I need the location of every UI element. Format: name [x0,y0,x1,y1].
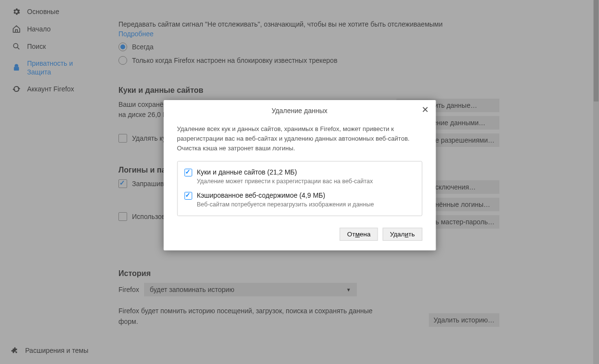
delete-button[interactable]: Удалить [382,228,422,241]
modal-opt-cookies[interactable]: Куки и данные сайтов (21,2 МБ) Удаление … [184,168,415,185]
cancel-button[interactable]: Отмена [340,228,378,241]
checkbox-icon [184,169,192,176]
modal-opt-cookies-label: Куки и данные сайтов (21,2 МБ) [197,168,373,176]
clear-data-modal: Удаление данных ✕ Удаление всех кук и да… [163,100,436,250]
modal-body-text: Удаление всех кук и данных сайтов, храни… [177,124,422,153]
modal-opt-cache[interactable]: Кэшированное веб-содержимое (4,9 МБ) Веб… [184,191,415,208]
modal-opt-cache-label: Кэшированное веб-содержимое (4,9 МБ) [197,191,374,199]
modal-title: Удаление данных [272,107,327,115]
close-icon[interactable]: ✕ [421,106,429,114]
modal-opt-cookies-sub: Удаление может привести к разрегистрации… [197,178,373,185]
modal-opt-cache-sub: Веб-сайтам потребуется перезагрузить изо… [197,201,374,208]
checkbox-icon [184,192,192,200]
